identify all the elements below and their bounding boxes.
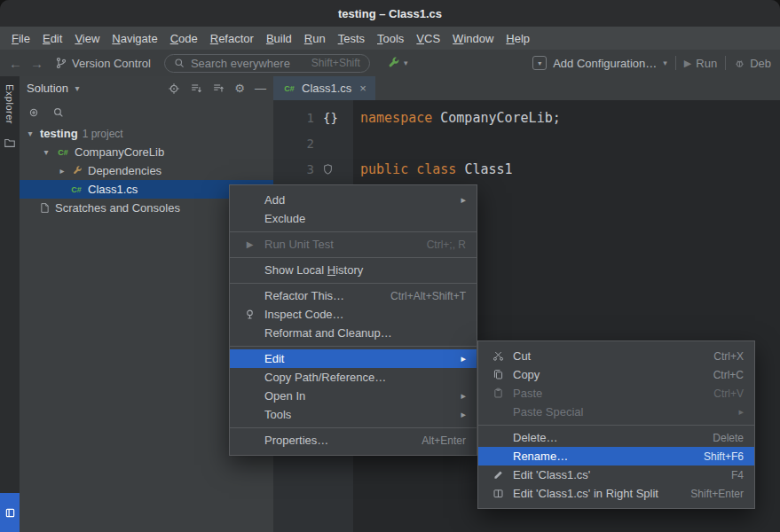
run-configuration-select[interactable]: ▾ Add Configuration… ▾ — [532, 56, 667, 70]
forward-button[interactable]: → — [30, 57, 43, 70]
scroll-from-source-icon[interactable] — [28, 106, 40, 119]
menu-item-open-in[interactable]: Open In ▸ — [230, 387, 477, 405]
menubar-build[interactable]: Build — [260, 29, 298, 48]
back-button[interactable]: ← — [9, 57, 22, 70]
menu-item-reformat-cleanup[interactable]: Reformat and Cleanup… — [230, 324, 477, 342]
run-icon: ▶ — [241, 238, 258, 251]
solution-selector[interactable]: Solution — [27, 82, 68, 95]
debug-button-label: Deb — [750, 57, 771, 70]
menu-separator — [478, 425, 754, 426]
search-everywhere[interactable]: Search everywhere Shift+Shift — [164, 54, 370, 73]
close-tab-icon[interactable]: × — [359, 82, 366, 95]
titlebar[interactable]: testing – Class1.cs — [0, 0, 780, 27]
debug-icon — [734, 58, 745, 69]
braces-inlay[interactable]: {} — [323, 111, 338, 125]
menubar-tools[interactable]: Tools — [371, 29, 410, 48]
menu-item-copy-path[interactable]: Copy Path/Reference… — [230, 368, 477, 387]
menu-item-exclude[interactable]: Exclude — [230, 209, 477, 228]
menu-item-refactor-this[interactable]: Refactor This… Ctrl+Alt+Shift+T — [230, 286, 477, 305]
cut-icon — [490, 349, 507, 363]
tree-item-dependencies[interactable]: ▸ Dependencies — [20, 161, 273, 180]
submenu-item-edit-right-split[interactable]: Edit 'Class1.cs' in Right Split Shift+En… — [478, 484, 754, 503]
scratches-label: Scratches and Consoles — [55, 201, 180, 215]
tool-strip-folder-button[interactable] — [0, 137, 20, 149]
csharp-project-icon: C# — [56, 148, 70, 157]
menu-separator — [230, 283, 477, 284]
submenu-item-edit-file[interactable]: Edit 'Class1.cs' F4 — [478, 466, 754, 484]
version-control-label: Version Control — [72, 57, 151, 70]
submenu-item-cut[interactable]: Cut Ctrl+X — [478, 347, 754, 365]
build-tools-button[interactable]: ▾ — [387, 56, 408, 70]
debug-button[interactable]: Deb — [734, 57, 771, 70]
submenu-item-rename[interactable]: Rename… Shift+F6 — [478, 447, 754, 466]
menubar-edit[interactable]: Edit — [36, 29, 68, 48]
menubar-view[interactable]: View — [68, 29, 106, 48]
menubar-help[interactable]: Help — [500, 29, 536, 48]
menu-item-add[interactable]: Add ▸ — [230, 191, 477, 209]
tree-item-project[interactable]: ▾ C# CompanyCoreLib — [20, 143, 273, 161]
tool-strip-explorer-tab[interactable]: Explorer — [0, 76, 20, 128]
wrench-icon — [387, 56, 401, 70]
explorer-tab-label: Explorer — [4, 84, 15, 124]
code-lines: 1 {} namespaceCompanyCoreLib; 2 3 — [273, 100, 780, 182]
submenu-item-delete[interactable]: Delete… Delete — [478, 428, 754, 447]
menu-item-tools[interactable]: Tools ▸ — [230, 405, 477, 424]
folder-icon — [4, 137, 16, 149]
run-button[interactable]: ▶ Run — [684, 57, 717, 70]
menubar-run[interactable]: Run — [298, 29, 332, 48]
menu-separator — [230, 257, 477, 258]
panel-header-icons: ⚙ — — [168, 82, 266, 95]
solution-panel-toolbar — [20, 100, 273, 124]
locate-file-icon[interactable] — [168, 82, 180, 95]
version-control-widget[interactable]: Version Control — [55, 57, 151, 70]
dependencies-icon — [72, 165, 83, 176]
gear-icon[interactable]: ⚙ — [234, 82, 245, 94]
code-token: Class1 — [464, 161, 512, 177]
menu-item-inspect-code[interactable]: Inspect Code… — [230, 305, 477, 324]
chevron-expanded-icon[interactable]: ▾ — [25, 129, 35, 138]
paste-icon — [490, 387, 507, 400]
menu-item-edit[interactable]: Edit ▸ — [230, 349, 477, 368]
menubar-code[interactable]: Code — [164, 29, 204, 48]
menubar-window[interactable]: Window — [446, 29, 500, 48]
menubar-vcs[interactable]: VCS — [410, 29, 446, 48]
code-line: 2 — [273, 130, 780, 156]
menubar-navigate[interactable]: Navigate — [106, 29, 163, 48]
search-tree-icon[interactable] — [52, 106, 65, 119]
menubar-refactor[interactable]: Refactor — [204, 29, 260, 48]
menubar: File Edit View Navigate Code Refactor Bu… — [0, 27, 780, 50]
ide-window: testing – Class1.cs File Edit View Navig… — [0, 0, 780, 532]
menu-item-show-local-history[interactable]: Show Local History — [230, 261, 477, 279]
submenu-item-paste-special[interactable]: Paste Special ▸ — [478, 403, 754, 421]
submenu-arrow-icon: ▸ — [443, 194, 466, 206]
project-name: CompanyCoreLib — [75, 145, 164, 159]
class1-label: Class1.cs — [88, 183, 138, 196]
menu-item-run-unit-test[interactable]: ▶ Run Unit Test Ctrl+;, R — [230, 235, 477, 254]
chevron-down-icon[interactable]: ▾ — [72, 83, 83, 93]
menu-item-properties[interactable]: Properties… Alt+Enter — [230, 431, 477, 450]
menubar-tests[interactable]: Tests — [332, 29, 371, 48]
chevron-collapsed-icon[interactable]: ▸ — [57, 166, 67, 176]
run-configuration-label: Add Configuration… — [553, 57, 657, 70]
expand-all-icon[interactable] — [190, 82, 202, 95]
line-number: 2 — [273, 137, 314, 151]
submenu-item-copy[interactable]: Copy Ctrl+C — [478, 365, 754, 384]
menubar-file[interactable]: File — [5, 29, 36, 48]
submenu-arrow-icon: ▸ — [721, 406, 744, 418]
csharp-file-icon: C# — [69, 185, 83, 194]
editor-tab-class1[interactable]: C# Class1.cs × — [273, 76, 375, 100]
line-number: 1 — [273, 111, 314, 125]
branch-icon — [55, 57, 67, 69]
gutter-shield-icon[interactable] — [323, 164, 333, 175]
dependencies-label: Dependencies — [88, 164, 162, 177]
chevron-expanded-icon[interactable]: ▾ — [41, 147, 51, 157]
keyword-token: public class — [360, 161, 456, 177]
hide-panel-icon[interactable]: — — [255, 82, 266, 94]
active-tool-indicator[interactable] — [0, 493, 20, 532]
edit-submenu: Cut Ctrl+X Copy Ctrl+C Paste Ctrl+V Past… — [477, 340, 755, 509]
context-menu: Add ▸ Exclude ▶ Run Unit Test Ctrl+;, R … — [229, 184, 477, 456]
collapse-all-icon[interactable] — [212, 82, 225, 95]
tree-item-solution[interactable]: ▾ testing 1 project — [20, 124, 273, 143]
submenu-item-paste[interactable]: Paste Ctrl+V — [478, 384, 754, 403]
configuration-icon: ▾ — [532, 56, 547, 70]
